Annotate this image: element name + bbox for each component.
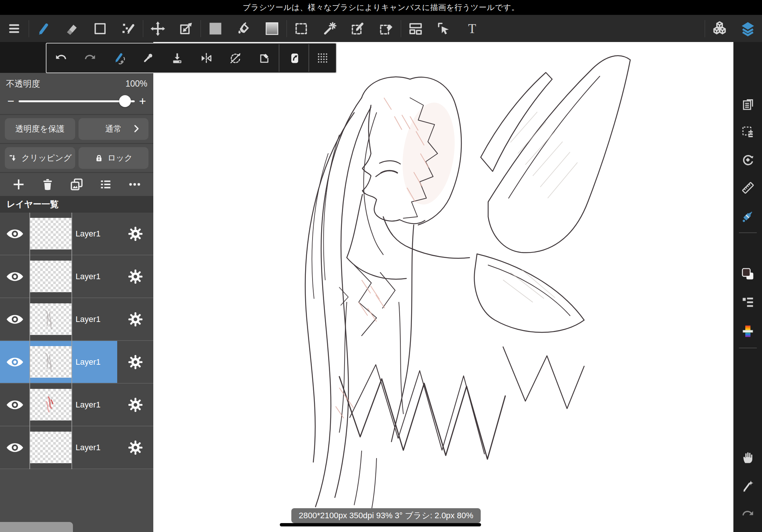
layer-row-main[interactable]: Layer1 xyxy=(0,384,117,426)
flip-horizontal-button[interactable] xyxy=(192,44,221,72)
export-button[interactable] xyxy=(279,44,308,72)
tool-paint-bucket[interactable] xyxy=(230,15,258,42)
blend-mode-button[interactable]: 通常 xyxy=(79,118,149,140)
opacity-label: 不透明度 xyxy=(6,78,40,90)
layer-row[interactable]: Layer1 xyxy=(0,298,153,341)
drawing-canvas[interactable] xyxy=(153,42,734,532)
layer-list-title: レイヤー一覧 xyxy=(0,196,153,213)
layer-thumbnail[interactable] xyxy=(30,341,72,383)
layer-visibility-toggle[interactable] xyxy=(0,399,30,411)
tool-rect-select[interactable] xyxy=(86,15,114,42)
material-pen-button[interactable] xyxy=(734,206,762,226)
undo-button[interactable] xyxy=(47,44,76,72)
layer-row-main[interactable]: Layer1 xyxy=(0,298,117,340)
menu-button[interactable] xyxy=(0,15,28,42)
opacity-slider[interactable] xyxy=(19,95,135,107)
eye-icon xyxy=(5,271,25,283)
notification-bar: ブラシツールは、様々なブラシによりキャンバスに描画を行うツールです。 xyxy=(0,0,762,15)
opacity-slider-track[interactable] xyxy=(19,100,135,102)
layer-row[interactable]: Layer1 xyxy=(0,341,153,384)
layer-visibility-toggle[interactable] xyxy=(0,228,30,240)
main-toolbar: T xyxy=(0,15,762,42)
layer-row-main[interactable]: Layer1 xyxy=(0,426,117,468)
layer-row-main[interactable]: Layer1 xyxy=(0,255,117,297)
layer-thumbnail[interactable] xyxy=(30,298,72,340)
lock-icon xyxy=(94,153,104,163)
delete-layer-button[interactable] xyxy=(37,174,58,195)
layer-thumbnail[interactable] xyxy=(30,384,72,426)
layer-settings-button[interactable] xyxy=(117,384,153,426)
layer-options-button[interactable] xyxy=(734,292,762,313)
layer-row[interactable]: Layer1 xyxy=(0,255,153,298)
tool-select-pen[interactable] xyxy=(344,15,372,42)
ruler-button[interactable] xyxy=(734,177,762,198)
hand-tool-button[interactable] xyxy=(734,447,762,468)
selection-menu-icon xyxy=(741,125,755,139)
add-layer-button[interactable] xyxy=(8,174,29,195)
reset-view-button[interactable] xyxy=(734,149,762,170)
opacity-decrease-button[interactable]: − xyxy=(5,96,16,107)
protect-alpha-button[interactable]: 透明度を保護 xyxy=(5,118,75,140)
tool-magic-wand[interactable] xyxy=(316,15,344,42)
color-swatches-button[interactable] xyxy=(734,264,762,284)
layer-visibility-toggle[interactable] xyxy=(0,313,30,325)
tool-move[interactable] xyxy=(144,15,172,42)
canvas-artwork xyxy=(153,42,734,532)
tool-brush[interactable] xyxy=(29,15,58,42)
tool-object-select[interactable] xyxy=(430,15,458,42)
layer-visibility-toggle[interactable] xyxy=(0,271,30,283)
brush-eraser-toggle-button[interactable] xyxy=(105,44,134,72)
frame-divide-icon xyxy=(408,21,423,36)
tool-rect-marquee[interactable] xyxy=(287,15,316,42)
tool-eraser[interactable] xyxy=(58,15,86,42)
color-swatch-button[interactable] xyxy=(201,15,230,42)
duplicate-layer-button[interactable] xyxy=(66,174,87,195)
opacity-slider-knob[interactable] xyxy=(119,95,131,107)
pen-toggle-button[interactable] xyxy=(734,476,762,497)
layers-panel-button[interactable] xyxy=(734,15,762,42)
layer-settings-button[interactable] xyxy=(117,426,153,468)
layer-row[interactable]: Layer1 xyxy=(0,213,153,255)
layer-settings-button[interactable] xyxy=(117,255,153,297)
opacity-value: 100% xyxy=(125,79,147,89)
tool-select-eraser[interactable] xyxy=(372,15,400,42)
clear-button[interactable] xyxy=(250,44,279,72)
tool-control-point-pen[interactable] xyxy=(114,15,143,42)
layer-settings-button[interactable] xyxy=(117,213,153,255)
layer-thumbnail[interactable] xyxy=(30,213,72,255)
color-bar-button[interactable] xyxy=(734,321,762,342)
layer-row[interactable]: Layer1 xyxy=(0,384,153,426)
tool-gradient[interactable] xyxy=(258,15,286,42)
layer-thumbnail[interactable] xyxy=(30,426,72,468)
selection-menu-button[interactable] xyxy=(734,122,762,142)
home-indicator[interactable] xyxy=(280,523,481,526)
gear-icon xyxy=(128,226,143,242)
eyedropper-button[interactable] xyxy=(134,44,163,72)
sidebar-redo-button[interactable] xyxy=(734,504,762,525)
save-button[interactable] xyxy=(163,44,192,72)
tool-tooltip-text: ブラシツールは、様々なブラシによりキャンバスに描画を行うツールです。 xyxy=(243,2,519,13)
layer-visibility-toggle[interactable] xyxy=(0,356,30,368)
material-panel-button[interactable] xyxy=(705,15,734,42)
layer-row[interactable]: Layer1 xyxy=(0,426,153,469)
pages-button[interactable] xyxy=(734,94,762,115)
more-options-button[interactable] xyxy=(124,174,145,195)
layer-settings-button[interactable] xyxy=(117,341,153,383)
reset-rotation-button[interactable] xyxy=(221,44,250,72)
layer-panel: 不透明度 100% − + 透明度を保護 通常 クリッピング xyxy=(0,73,153,532)
tool-text[interactable]: T xyxy=(458,15,486,42)
clipping-button[interactable]: クリッピング xyxy=(5,147,75,169)
gradient-icon xyxy=(264,21,280,36)
tool-frame-divide[interactable] xyxy=(401,15,430,42)
layer-row-main[interactable]: Layer1 xyxy=(0,213,117,255)
layer-visibility-toggle[interactable] xyxy=(0,442,30,454)
layer-settings-button[interactable] xyxy=(117,298,153,340)
opacity-increase-button[interactable]: + xyxy=(137,96,148,107)
tool-transform[interactable] xyxy=(172,15,200,42)
lock-button[interactable]: ロック xyxy=(79,147,149,169)
redo-button[interactable] xyxy=(76,44,105,72)
layer-row-main[interactable]: Layer1 xyxy=(0,341,117,383)
layer-list-button[interactable] xyxy=(95,174,116,195)
toolbar-drag-handle[interactable] xyxy=(309,44,336,72)
layer-thumbnail[interactable] xyxy=(30,255,72,297)
